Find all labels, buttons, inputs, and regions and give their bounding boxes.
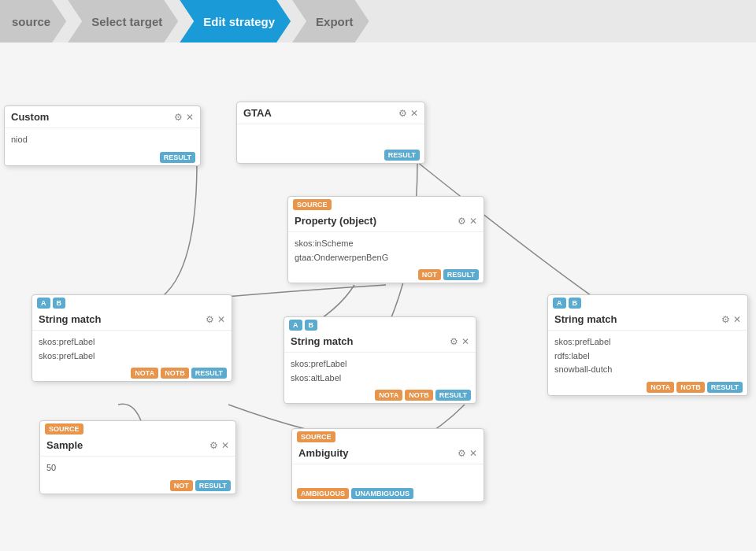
string-match-mid-close-icon[interactable]: ✕ bbox=[461, 336, 469, 347]
string-match-left-header: String match ⚙ ✕ bbox=[32, 309, 232, 331]
string-match-right-notb-badge[interactable]: NOTB bbox=[676, 382, 705, 393]
property-object-bottom: NOT RESULT bbox=[288, 269, 484, 283]
string-match-mid-prop2: skos:altLabel bbox=[291, 372, 469, 386]
gtaa-close-icon[interactable]: ✕ bbox=[410, 108, 418, 119]
custom-result-badge[interactable]: RESULT bbox=[160, 152, 195, 163]
string-match-mid-nota-badge[interactable]: NOTA bbox=[375, 390, 402, 401]
string-match-right-gear-icon[interactable]: ⚙ bbox=[721, 314, 730, 325]
string-match-mid-b-badge[interactable]: B bbox=[305, 320, 318, 331]
custom-node-bottom: RESULT bbox=[5, 152, 200, 165]
property-object-node: SOURCE Property (object) ⚙ ✕ skos:inSche… bbox=[287, 196, 484, 283]
sample-close-icon[interactable]: ✕ bbox=[221, 440, 229, 451]
ambiguity-unambiguous-badge[interactable]: UNAMBIGUOUS bbox=[351, 488, 413, 499]
nav-step-source-label: source bbox=[12, 15, 50, 28]
string-match-mid-result-badge[interactable]: RESULT bbox=[435, 390, 471, 401]
property-object-source-badge[interactable]: SOURCE bbox=[293, 199, 332, 210]
string-match-left-icons: ⚙ ✕ bbox=[206, 314, 225, 325]
custom-node: Custom ⚙ ✕ niod RESULT bbox=[4, 105, 201, 166]
gtaa-node: GTAA ⚙ ✕ RESULT bbox=[236, 102, 425, 164]
sample-result-badge[interactable]: RESULT bbox=[195, 480, 231, 491]
gtaa-node-bottom: RESULT bbox=[237, 150, 424, 163]
string-match-left-prop1: skos:prefLabel bbox=[39, 335, 225, 349]
string-match-left-close-icon[interactable]: ✕ bbox=[217, 314, 225, 325]
ambiguity-node: SOURCE Ambiguity ⚙ ✕ AMBIGUOUS UNAMBIGUO… bbox=[291, 428, 484, 502]
custom-node-icons: ⚙ ✕ bbox=[174, 112, 194, 123]
string-match-right-bottom: NOTA NOTB RESULT bbox=[548, 382, 747, 395]
property-object-header: Property (object) ⚙ ✕ bbox=[288, 210, 484, 232]
property-object-prop2: gtaa:OnderwerpenBenG bbox=[295, 251, 477, 265]
sample-not-badge[interactable]: NOT bbox=[170, 480, 193, 491]
string-match-left-result-badge[interactable]: RESULT bbox=[191, 368, 227, 379]
ambiguity-top: SOURCE bbox=[292, 429, 484, 442]
gtaa-node-body bbox=[237, 124, 424, 150]
property-object-result-badge[interactable]: RESULT bbox=[443, 269, 479, 280]
custom-prop1: niod bbox=[11, 133, 194, 147]
ambiguity-bottom: AMBIGUOUS UNAMBIGUOUS bbox=[292, 488, 484, 501]
string-match-left-a-badge[interactable]: A bbox=[37, 298, 50, 309]
nav-step-select-target[interactable]: Select target bbox=[68, 0, 178, 43]
custom-node-body: niod bbox=[5, 128, 200, 152]
string-match-left-b-badge[interactable]: B bbox=[53, 298, 66, 309]
ambiguity-gear-icon[interactable]: ⚙ bbox=[458, 448, 466, 459]
string-match-right-b-badge[interactable]: B bbox=[569, 298, 582, 309]
property-object-gear-icon[interactable]: ⚙ bbox=[458, 216, 466, 227]
ambiguity-close-icon[interactable]: ✕ bbox=[469, 448, 477, 459]
string-match-mid-title: String match bbox=[291, 335, 353, 347]
property-object-prop1: skos:inScheme bbox=[295, 237, 477, 251]
string-match-left-title: String match bbox=[39, 313, 101, 325]
sample-title: Sample bbox=[46, 439, 83, 451]
string-match-right-close-icon[interactable]: ✕ bbox=[733, 314, 741, 325]
string-match-mid-bottom: NOTA NOTB RESULT bbox=[284, 390, 476, 403]
sample-header: Sample ⚙ ✕ bbox=[40, 435, 235, 457]
custom-gear-icon[interactable]: ⚙ bbox=[174, 112, 183, 123]
sample-prop1: 50 bbox=[46, 461, 229, 475]
property-object-not-badge[interactable]: NOT bbox=[418, 269, 441, 280]
gtaa-gear-icon[interactable]: ⚙ bbox=[398, 108, 407, 119]
ambiguity-icons: ⚙ ✕ bbox=[458, 448, 477, 459]
string-match-mid-a-badge[interactable]: A bbox=[289, 320, 302, 331]
sample-body: 50 bbox=[40, 457, 235, 480]
string-match-right-a-badge[interactable]: A bbox=[553, 298, 566, 309]
string-match-left-bottom: NOTA NOTB RESULT bbox=[32, 368, 232, 381]
string-match-left-gear-icon[interactable]: ⚙ bbox=[206, 314, 214, 325]
sample-source-badge[interactable]: SOURCE bbox=[45, 423, 83, 435]
ambiguity-ambiguous-badge[interactable]: AMBIGUOUS bbox=[297, 488, 349, 499]
string-match-left-nota-badge[interactable]: NOTA bbox=[131, 368, 158, 379]
property-object-icons: ⚙ ✕ bbox=[458, 216, 477, 227]
nav-step-source[interactable]: source bbox=[0, 0, 66, 43]
string-match-right-prop2: rdfs:label bbox=[554, 349, 741, 364]
gtaa-result-badge[interactable]: RESULT bbox=[384, 150, 420, 161]
nav-step-edit-strategy[interactable]: Edit strategy bbox=[180, 0, 291, 43]
string-match-right-prop1: skos:prefLabel bbox=[554, 335, 741, 349]
sample-node: SOURCE Sample ⚙ ✕ 50 NOT RESULT bbox=[39, 420, 236, 494]
string-match-right-prop3: snowball-dutch bbox=[554, 363, 741, 377]
string-match-mid-body: skos:prefLabel skos:altLabel bbox=[284, 353, 476, 390]
gtaa-node-title: GTAA bbox=[243, 107, 272, 119]
string-match-right-nota-badge[interactable]: NOTA bbox=[647, 382, 674, 393]
ambiguity-header: Ambiguity ⚙ ✕ bbox=[292, 442, 484, 464]
nav-step-select-target-label: Select target bbox=[91, 15, 162, 28]
string-match-left-node: A B String match ⚙ ✕ skos:prefLabel skos… bbox=[32, 294, 232, 382]
string-match-mid-icons: ⚙ ✕ bbox=[450, 336, 469, 347]
custom-close-icon[interactable]: ✕ bbox=[186, 112, 194, 123]
string-match-mid-header: String match ⚙ ✕ bbox=[284, 331, 476, 353]
nav-step-edit-strategy-label: Edit strategy bbox=[203, 15, 275, 28]
sample-gear-icon[interactable]: ⚙ bbox=[209, 440, 218, 451]
string-match-right-header: String match ⚙ ✕ bbox=[548, 309, 747, 331]
nav-step-export[interactable]: Export bbox=[292, 0, 369, 43]
ambiguity-body bbox=[292, 464, 484, 488]
string-match-mid-gear-icon[interactable]: ⚙ bbox=[450, 336, 458, 347]
string-match-left-body: skos:prefLabel skos:prefLabel bbox=[32, 331, 232, 368]
string-match-left-notb-badge[interactable]: NOTB bbox=[161, 368, 189, 379]
nav-bar: source Select target Edit strategy Expor… bbox=[0, 0, 756, 43]
string-match-right-title: String match bbox=[554, 313, 617, 325]
string-match-left-top: A B bbox=[32, 295, 232, 309]
string-match-mid-prop1: skos:prefLabel bbox=[291, 357, 469, 372]
property-object-top: SOURCE bbox=[288, 197, 484, 210]
string-match-mid-notb-badge[interactable]: NOTB bbox=[405, 390, 433, 401]
string-match-mid-node: A B String match ⚙ ✕ skos:prefLabel skos… bbox=[284, 316, 476, 404]
property-object-body: skos:inScheme gtaa:OnderwerpenBenG bbox=[288, 232, 484, 269]
string-match-right-result-badge[interactable]: RESULT bbox=[707, 382, 743, 393]
property-object-close-icon[interactable]: ✕ bbox=[469, 216, 477, 227]
ambiguity-source-badge[interactable]: SOURCE bbox=[297, 431, 335, 442]
